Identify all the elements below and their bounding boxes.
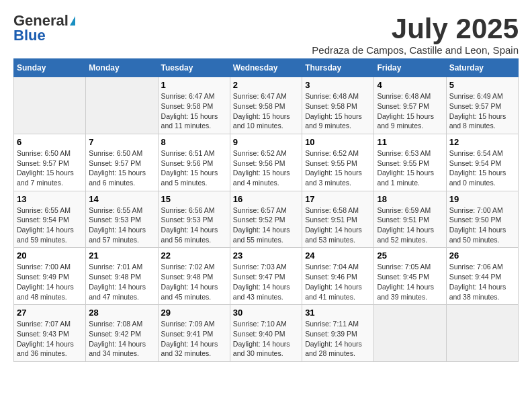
day-info: Sunrise: 6:53 AMSunset: 9:55 PMDaylight:… <box>377 148 443 188</box>
calendar-cell: 5Sunrise: 6:49 AMSunset: 9:57 PMDaylight… <box>446 77 518 134</box>
day-of-week-header: Tuesday <box>158 59 230 77</box>
location-title: Pedraza de Campos, Castille and Leon, Sp… <box>312 44 519 56</box>
day-number: 6 <box>17 137 83 147</box>
calendar-cell: 6Sunrise: 6:50 AMSunset: 9:57 PMDaylight… <box>14 134 86 191</box>
day-number: 14 <box>89 194 154 204</box>
day-number: 15 <box>161 194 227 204</box>
day-number: 29 <box>161 308 227 318</box>
month-title: July 2025 <box>312 13 519 44</box>
calendar-cell: 19Sunrise: 7:00 AMSunset: 9:50 PMDayligh… <box>446 191 518 248</box>
day-info: Sunrise: 6:52 AMSunset: 9:56 PMDaylight:… <box>233 148 299 188</box>
calendar-cell: 4Sunrise: 6:48 AMSunset: 9:57 PMDaylight… <box>374 77 446 134</box>
day-info: Sunrise: 6:55 AMSunset: 9:54 PMDaylight:… <box>17 205 83 245</box>
day-info: Sunrise: 6:57 AMSunset: 9:52 PMDaylight:… <box>233 205 299 245</box>
calendar-week-row: 20Sunrise: 7:00 AMSunset: 9:49 PMDayligh… <box>14 248 519 305</box>
day-number: 3 <box>305 80 371 90</box>
day-info: Sunrise: 6:56 AMSunset: 9:53 PMDaylight:… <box>161 205 227 245</box>
day-info: Sunrise: 6:48 AMSunset: 9:58 PMDaylight:… <box>305 91 371 131</box>
title-block: July 2025 Pedraza de Campos, Castille an… <box>312 13 519 56</box>
day-of-week-header: Sunday <box>14 59 86 77</box>
calendar-cell <box>86 77 158 134</box>
day-of-week-header: Friday <box>374 59 446 77</box>
day-number: 31 <box>305 308 371 318</box>
day-info: Sunrise: 7:01 AMSunset: 9:48 PMDaylight:… <box>89 262 154 302</box>
day-of-week-header: Monday <box>86 59 158 77</box>
day-number: 28 <box>89 308 154 318</box>
calendar-cell: 11Sunrise: 6:53 AMSunset: 9:55 PMDayligh… <box>374 134 446 191</box>
calendar-cell: 31Sunrise: 7:11 AMSunset: 9:39 PMDayligh… <box>302 305 374 362</box>
day-info: Sunrise: 7:05 AMSunset: 9:45 PMDaylight:… <box>377 262 443 302</box>
day-number: 30 <box>233 308 299 318</box>
calendar-cell: 15Sunrise: 6:56 AMSunset: 9:53 PMDayligh… <box>158 191 230 248</box>
day-number: 18 <box>377 194 443 204</box>
calendar-week-row: 27Sunrise: 7:07 AMSunset: 9:43 PMDayligh… <box>14 305 519 362</box>
day-of-week-header: Wednesday <box>230 59 302 77</box>
day-info: Sunrise: 7:00 AMSunset: 9:49 PMDaylight:… <box>17 262 83 302</box>
calendar-cell <box>446 305 518 362</box>
calendar-week-row: 6Sunrise: 6:50 AMSunset: 9:57 PMDaylight… <box>14 134 519 191</box>
calendar-cell: 8Sunrise: 6:51 AMSunset: 9:56 PMDaylight… <box>158 134 230 191</box>
calendar-cell: 7Sunrise: 6:50 AMSunset: 9:57 PMDaylight… <box>86 134 158 191</box>
logo: General Blue <box>13 13 75 43</box>
calendar-cell: 9Sunrise: 6:52 AMSunset: 9:56 PMDaylight… <box>230 134 302 191</box>
day-number: 16 <box>233 194 299 204</box>
day-info: Sunrise: 6:50 AMSunset: 9:57 PMDaylight:… <box>17 148 83 188</box>
logo-triangle-icon <box>70 16 75 26</box>
calendar-header: SundayMondayTuesdayWednesdayThursdayFrid… <box>14 59 519 77</box>
day-info: Sunrise: 6:47 AMSunset: 9:58 PMDaylight:… <box>233 91 299 131</box>
day-number: 9 <box>233 137 299 147</box>
day-number: 20 <box>17 250 83 261</box>
day-info: Sunrise: 6:58 AMSunset: 9:51 PMDaylight:… <box>305 205 371 245</box>
day-number: 25 <box>377 250 443 261</box>
day-info: Sunrise: 7:10 AMSunset: 9:40 PMDaylight:… <box>233 319 299 359</box>
day-info: Sunrise: 6:54 AMSunset: 9:54 PMDaylight:… <box>449 148 515 188</box>
day-info: Sunrise: 6:49 AMSunset: 9:57 PMDaylight:… <box>449 91 515 131</box>
day-number: 13 <box>17 194 83 204</box>
day-info: Sunrise: 7:02 AMSunset: 9:48 PMDaylight:… <box>161 262 227 302</box>
calendar-cell: 29Sunrise: 7:09 AMSunset: 9:41 PMDayligh… <box>158 305 230 362</box>
day-number: 10 <box>305 137 371 147</box>
day-number: 24 <box>305 250 371 261</box>
calendar-cell: 25Sunrise: 7:05 AMSunset: 9:45 PMDayligh… <box>374 248 446 305</box>
calendar-cell: 24Sunrise: 7:04 AMSunset: 9:46 PMDayligh… <box>302 248 374 305</box>
page-header: General Blue July 2025 Pedraza de Campos… <box>13 13 519 56</box>
day-info: Sunrise: 6:52 AMSunset: 9:55 PMDaylight:… <box>305 148 371 188</box>
day-number: 5 <box>449 80 515 90</box>
day-info: Sunrise: 7:08 AMSunset: 9:42 PMDaylight:… <box>89 319 154 359</box>
calendar-cell: 1Sunrise: 6:47 AMSunset: 9:58 PMDaylight… <box>158 77 230 134</box>
calendar-cell: 28Sunrise: 7:08 AMSunset: 9:42 PMDayligh… <box>86 305 158 362</box>
calendar-cell: 18Sunrise: 6:59 AMSunset: 9:51 PMDayligh… <box>374 191 446 248</box>
day-info: Sunrise: 6:55 AMSunset: 9:53 PMDaylight:… <box>89 205 154 245</box>
day-info: Sunrise: 6:47 AMSunset: 9:58 PMDaylight:… <box>161 91 227 131</box>
day-number: 27 <box>17 308 83 318</box>
day-info: Sunrise: 7:11 AMSunset: 9:39 PMDaylight:… <box>305 319 371 359</box>
day-info: Sunrise: 7:04 AMSunset: 9:46 PMDaylight:… <box>305 262 371 302</box>
day-number: 12 <box>449 137 515 147</box>
day-number: 19 <box>449 194 515 204</box>
calendar-cell: 23Sunrise: 7:03 AMSunset: 9:47 PMDayligh… <box>230 248 302 305</box>
day-number: 11 <box>377 137 443 147</box>
day-number: 2 <box>233 80 299 90</box>
day-number: 1 <box>161 80 227 90</box>
day-number: 17 <box>305 194 371 204</box>
day-info: Sunrise: 7:00 AMSunset: 9:50 PMDaylight:… <box>449 205 515 245</box>
calendar-cell: 14Sunrise: 6:55 AMSunset: 9:53 PMDayligh… <box>86 191 158 248</box>
header-row: SundayMondayTuesdayWednesdayThursdayFrid… <box>14 59 519 77</box>
day-number: 7 <box>89 137 154 147</box>
day-info: Sunrise: 6:51 AMSunset: 9:56 PMDaylight:… <box>161 148 227 188</box>
day-number: 23 <box>233 250 299 261</box>
day-number: 22 <box>161 250 227 261</box>
calendar-cell: 20Sunrise: 7:00 AMSunset: 9:49 PMDayligh… <box>14 248 86 305</box>
day-info: Sunrise: 6:59 AMSunset: 9:51 PMDaylight:… <box>377 205 443 245</box>
day-number: 4 <box>377 80 443 90</box>
calendar-cell: 13Sunrise: 6:55 AMSunset: 9:54 PMDayligh… <box>14 191 86 248</box>
calendar-cell: 16Sunrise: 6:57 AMSunset: 9:52 PMDayligh… <box>230 191 302 248</box>
calendar-cell: 17Sunrise: 6:58 AMSunset: 9:51 PMDayligh… <box>302 191 374 248</box>
calendar-table: SundayMondayTuesdayWednesdayThursdayFrid… <box>13 58 519 362</box>
day-info: Sunrise: 6:50 AMSunset: 9:57 PMDaylight:… <box>89 148 154 188</box>
day-info: Sunrise: 7:07 AMSunset: 9:43 PMDaylight:… <box>17 319 83 359</box>
calendar-cell <box>374 305 446 362</box>
logo-general-text: General <box>13 13 69 28</box>
calendar-body: 1Sunrise: 6:47 AMSunset: 9:58 PMDaylight… <box>14 77 519 362</box>
day-info: Sunrise: 6:48 AMSunset: 9:57 PMDaylight:… <box>377 91 443 131</box>
